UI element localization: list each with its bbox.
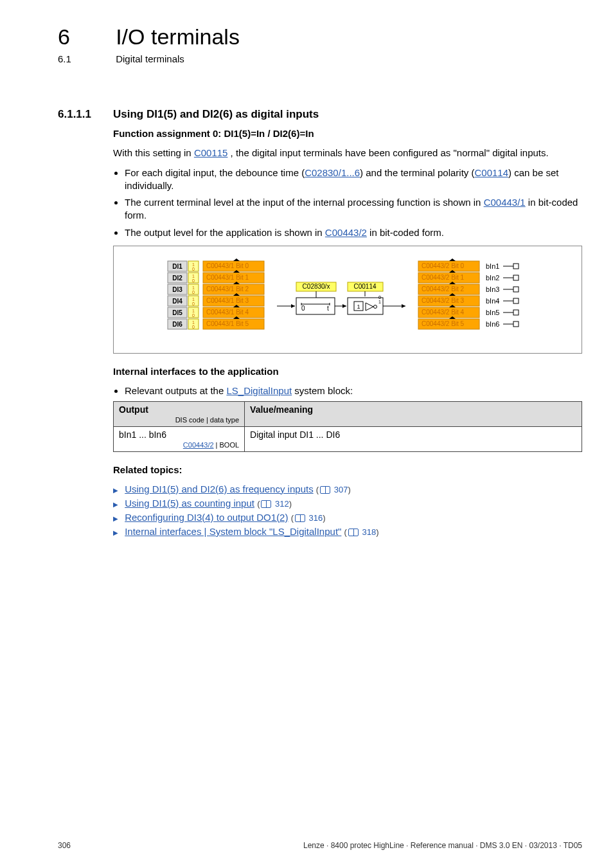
svg-text:C00443/2 Bit 4: C00443/2 Bit 4 (422, 309, 465, 316)
col-output-sub: DIS code | data type (119, 416, 239, 424)
svg-text:bIn1: bIn1 (486, 262, 499, 270)
svg-marker-99 (342, 304, 346, 308)
related-item-3: Reconfiguring DI3(4) to output DO1(2) ( … (113, 512, 582, 523)
svg-text:1: 1 (192, 309, 195, 313)
svg-text:C00443/2 Bit 1: C00443/2 Bit 1 (422, 274, 465, 281)
svg-text:0: 0 (192, 325, 195, 329)
svg-marker-108 (402, 304, 405, 308)
svg-text:DI6: DI6 (172, 321, 182, 328)
related-item-4: Internal interfaces | System block "LS_D… (113, 526, 582, 537)
link-c00443-1[interactable]: C00443/1 (484, 197, 526, 208)
svg-text:C00443/1 Bit 3: C00443/1 Bit 3 (206, 297, 249, 304)
svg-text:1: 1 (192, 274, 195, 278)
svg-text:t: t (327, 305, 329, 312)
link-c00443-2[interactable]: C00443/2 (325, 227, 367, 238)
svg-text:1: 1 (192, 285, 195, 290)
section-title: Using DI1(5) and DI2(6) as digital input… (113, 108, 319, 121)
svg-text:bIn3: bIn3 (486, 285, 499, 293)
chapter-number: 6 (58, 24, 113, 50)
svg-text:DI1: DI1 (172, 263, 182, 270)
svg-text:0: 0 (192, 313, 195, 318)
svg-text:0: 0 (192, 278, 195, 283)
footer-text: Lenze · 8400 protec HighLine · Reference… (303, 841, 582, 850)
subsection-number: 6.1 (58, 53, 113, 64)
svg-text:DI4: DI4 (172, 298, 182, 305)
related-heading: Related topics: (113, 464, 582, 476)
svg-text:C00443/2 Bit 2: C00443/2 Bit 2 (422, 285, 465, 293)
chapter-title: I/O terminals (116, 24, 240, 50)
book-icon (261, 500, 271, 508)
svg-text:C02830/x: C02830/x (303, 283, 330, 290)
col-value: Value/meaning (245, 402, 582, 427)
svg-text:1: 1 (357, 303, 360, 310)
outputs-table: Output DIS code | data type Value/meanin… (113, 401, 582, 452)
link-ls-digitalinput[interactable]: LS_DigitalInput (226, 385, 292, 396)
link-c00443-2-table[interactable]: C00443/2 (183, 441, 214, 449)
svg-text:0: 0 (378, 295, 381, 300)
internal-interfaces-line: Relevant outputs at the LS_DigitalInput … (125, 384, 582, 397)
svg-text:C00443/1 Bit 0: C00443/1 Bit 0 (206, 262, 249, 269)
book-icon (295, 514, 305, 522)
svg-text:1: 1 (192, 297, 195, 302)
col-output: Output (119, 404, 148, 415)
svg-text:C00443/1 Bit 5: C00443/1 Bit 5 (206, 320, 249, 327)
link-related-1[interactable]: Using DI1(5) and DI2(6) as frequency inp… (125, 484, 313, 494)
svg-text:0: 0 (301, 305, 305, 312)
function-assignment-heading: Function assignment 0: DI1(5)=In / DI2(6… (113, 127, 582, 140)
svg-text:1: 1 (192, 320, 195, 325)
link-related-2[interactable]: Using DI1(5) as counting input (125, 498, 254, 509)
link-related-4[interactable]: Internal interfaces | System block "LS_D… (125, 526, 341, 537)
divider: _ _ _ _ _ _ _ _ _ _ _ _ _ _ _ _ _ _ _ _ … (58, 84, 582, 93)
svg-text:1: 1 (378, 300, 381, 304)
svg-rect-13 (513, 264, 519, 269)
svg-text:C00114: C00114 (353, 283, 376, 290)
internal-interfaces-heading: Internal interfaces to the application (113, 365, 582, 378)
link-related-3[interactable]: Reconfiguring DI3(4) to output DO1(2) (125, 512, 288, 523)
section-number: 6.1.1.1 (58, 108, 113, 121)
svg-text:bIn4: bIn4 (486, 297, 499, 305)
intro-paragraph: With this setting in C00115 , the digita… (113, 147, 582, 159)
book-icon (320, 486, 330, 494)
related-item-2: Using DI1(5) as counting input ( 312) (113, 498, 582, 509)
svg-text:C00443/2 Bit 5: C00443/2 Bit 5 (422, 320, 465, 327)
svg-text:DI2: DI2 (172, 275, 182, 282)
bullet-debounce: For each digital input, the debounce tim… (125, 167, 582, 193)
link-c00115[interactable]: C00115 (194, 147, 228, 158)
signal-flow-diagram: DI1 1 0 C00443/1 Bit 0 C00443/2 Bit 0 bI… (113, 246, 582, 354)
svg-text:DI3: DI3 (172, 286, 182, 293)
svg-marker-10 (449, 258, 456, 261)
svg-text:1: 1 (192, 262, 195, 267)
svg-text:bIn6: bIn6 (486, 320, 499, 328)
related-item-1: Using DI1(5) and DI2(6) as frequency inp… (113, 484, 582, 494)
row-bIn-desc: Digital input DI1 ... DI6 (245, 427, 582, 452)
link-c02830[interactable]: C02830/1...6 (305, 167, 360, 178)
subsection-title: Digital terminals (116, 53, 184, 64)
svg-point-104 (374, 305, 377, 308)
page-number: 306 (58, 841, 71, 850)
svg-text:C00443/1 Bit 4: C00443/1 Bit 4 (206, 309, 249, 316)
svg-marker-91 (291, 304, 295, 308)
svg-rect-41 (513, 287, 519, 292)
svg-text:0: 0 (192, 267, 195, 271)
svg-text:C00443/1 Bit 1: C00443/1 Bit 1 (206, 274, 249, 281)
svg-text:DI5: DI5 (172, 309, 182, 316)
svg-rect-83 (513, 321, 519, 327)
svg-text:C00443/2 Bit 3: C00443/2 Bit 3 (422, 297, 465, 304)
link-c00114[interactable]: C00114 (475, 167, 509, 178)
bullet-output-level: The output level for the application is … (125, 226, 582, 239)
svg-marker-7 (233, 258, 240, 261)
svg-text:0: 0 (192, 302, 195, 306)
svg-text:0: 0 (192, 290, 195, 294)
svg-text:C00443/1 Bit 2: C00443/1 Bit 2 (206, 285, 249, 293)
svg-rect-27 (513, 275, 519, 280)
bullet-current-level: The current terminal level at the input … (125, 196, 582, 222)
svg-rect-69 (513, 310, 519, 315)
svg-text:bIn2: bIn2 (486, 274, 499, 282)
svg-text:C00443/2 Bit 0: C00443/2 Bit 0 (422, 262, 465, 269)
svg-rect-55 (513, 298, 519, 303)
svg-text:bIn5: bIn5 (486, 309, 499, 316)
row-bIn-range: bIn1 ... bIn6 (119, 429, 166, 440)
book-icon (348, 529, 359, 536)
